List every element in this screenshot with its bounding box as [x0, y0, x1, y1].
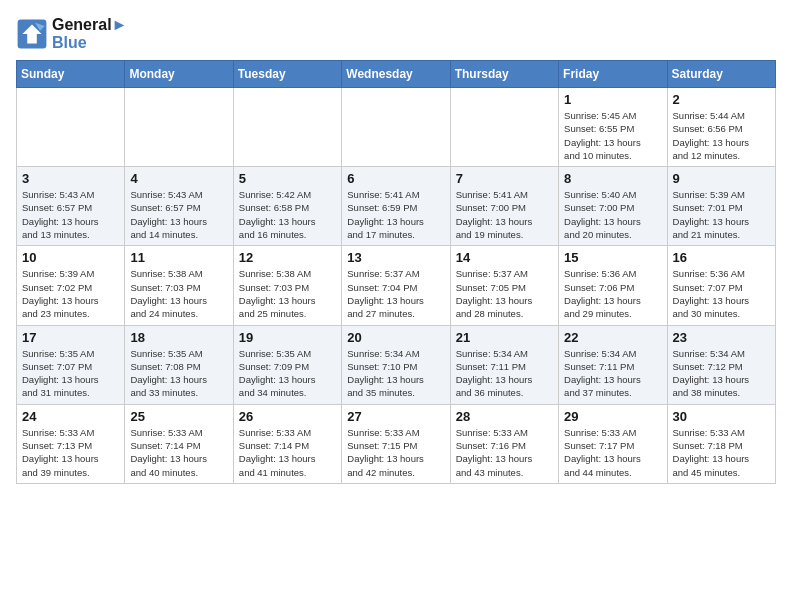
day-info: Sunrise: 5:34 AM Sunset: 7:12 PM Dayligh… — [673, 347, 770, 400]
calendar-cell: 25Sunrise: 5:33 AM Sunset: 7:14 PM Dayli… — [125, 404, 233, 483]
day-info: Sunrise: 5:33 AM Sunset: 7:15 PM Dayligh… — [347, 426, 444, 479]
calendar: SundayMondayTuesdayWednesdayThursdayFrid… — [16, 60, 776, 484]
calendar-week-4: 17Sunrise: 5:35 AM Sunset: 7:07 PM Dayli… — [17, 325, 776, 404]
day-info: Sunrise: 5:33 AM Sunset: 7:18 PM Dayligh… — [673, 426, 770, 479]
calendar-cell — [450, 88, 558, 167]
calendar-header-row: SundayMondayTuesdayWednesdayThursdayFrid… — [17, 61, 776, 88]
day-number: 17 — [22, 330, 119, 345]
day-info: Sunrise: 5:34 AM Sunset: 7:11 PM Dayligh… — [456, 347, 553, 400]
day-number: 15 — [564, 250, 661, 265]
calendar-cell: 12Sunrise: 5:38 AM Sunset: 7:03 PM Dayli… — [233, 246, 341, 325]
day-number: 7 — [456, 171, 553, 186]
day-info: Sunrise: 5:44 AM Sunset: 6:56 PM Dayligh… — [673, 109, 770, 162]
calendar-cell: 28Sunrise: 5:33 AM Sunset: 7:16 PM Dayli… — [450, 404, 558, 483]
calendar-cell: 13Sunrise: 5:37 AM Sunset: 7:04 PM Dayli… — [342, 246, 450, 325]
calendar-cell: 9Sunrise: 5:39 AM Sunset: 7:01 PM Daylig… — [667, 167, 775, 246]
day-number: 20 — [347, 330, 444, 345]
day-number: 18 — [130, 330, 227, 345]
day-number: 21 — [456, 330, 553, 345]
calendar-cell — [125, 88, 233, 167]
day-info: Sunrise: 5:33 AM Sunset: 7:13 PM Dayligh… — [22, 426, 119, 479]
day-info: Sunrise: 5:37 AM Sunset: 7:04 PM Dayligh… — [347, 267, 444, 320]
day-number: 5 — [239, 171, 336, 186]
calendar-cell: 3Sunrise: 5:43 AM Sunset: 6:57 PM Daylig… — [17, 167, 125, 246]
calendar-week-2: 3Sunrise: 5:43 AM Sunset: 6:57 PM Daylig… — [17, 167, 776, 246]
day-number: 19 — [239, 330, 336, 345]
calendar-cell: 26Sunrise: 5:33 AM Sunset: 7:14 PM Dayli… — [233, 404, 341, 483]
calendar-cell: 2Sunrise: 5:44 AM Sunset: 6:56 PM Daylig… — [667, 88, 775, 167]
day-number: 11 — [130, 250, 227, 265]
day-info: Sunrise: 5:38 AM Sunset: 7:03 PM Dayligh… — [130, 267, 227, 320]
header-tuesday: Tuesday — [233, 61, 341, 88]
calendar-cell: 4Sunrise: 5:43 AM Sunset: 6:57 PM Daylig… — [125, 167, 233, 246]
logo-icon — [16, 18, 48, 50]
day-info: Sunrise: 5:33 AM Sunset: 7:14 PM Dayligh… — [130, 426, 227, 479]
calendar-cell: 15Sunrise: 5:36 AM Sunset: 7:06 PM Dayli… — [559, 246, 667, 325]
calendar-cell: 16Sunrise: 5:36 AM Sunset: 7:07 PM Dayli… — [667, 246, 775, 325]
calendar-cell: 8Sunrise: 5:40 AM Sunset: 7:00 PM Daylig… — [559, 167, 667, 246]
calendar-cell: 18Sunrise: 5:35 AM Sunset: 7:08 PM Dayli… — [125, 325, 233, 404]
calendar-week-5: 24Sunrise: 5:33 AM Sunset: 7:13 PM Dayli… — [17, 404, 776, 483]
day-number: 8 — [564, 171, 661, 186]
day-info: Sunrise: 5:36 AM Sunset: 7:06 PM Dayligh… — [564, 267, 661, 320]
day-info: Sunrise: 5:45 AM Sunset: 6:55 PM Dayligh… — [564, 109, 661, 162]
header-saturday: Saturday — [667, 61, 775, 88]
calendar-cell — [17, 88, 125, 167]
calendar-cell: 1Sunrise: 5:45 AM Sunset: 6:55 PM Daylig… — [559, 88, 667, 167]
day-number: 27 — [347, 409, 444, 424]
day-info: Sunrise: 5:33 AM Sunset: 7:16 PM Dayligh… — [456, 426, 553, 479]
header-monday: Monday — [125, 61, 233, 88]
day-number: 23 — [673, 330, 770, 345]
day-number: 1 — [564, 92, 661, 107]
day-info: Sunrise: 5:43 AM Sunset: 6:57 PM Dayligh… — [22, 188, 119, 241]
calendar-cell: 17Sunrise: 5:35 AM Sunset: 7:07 PM Dayli… — [17, 325, 125, 404]
calendar-week-3: 10Sunrise: 5:39 AM Sunset: 7:02 PM Dayli… — [17, 246, 776, 325]
day-info: Sunrise: 5:33 AM Sunset: 7:17 PM Dayligh… — [564, 426, 661, 479]
day-info: Sunrise: 5:41 AM Sunset: 6:59 PM Dayligh… — [347, 188, 444, 241]
calendar-cell: 7Sunrise: 5:41 AM Sunset: 7:00 PM Daylig… — [450, 167, 558, 246]
logo: General► Blue — [16, 16, 127, 52]
day-number: 4 — [130, 171, 227, 186]
day-info: Sunrise: 5:41 AM Sunset: 7:00 PM Dayligh… — [456, 188, 553, 241]
header-wednesday: Wednesday — [342, 61, 450, 88]
calendar-cell: 21Sunrise: 5:34 AM Sunset: 7:11 PM Dayli… — [450, 325, 558, 404]
header-thursday: Thursday — [450, 61, 558, 88]
calendar-week-1: 1Sunrise: 5:45 AM Sunset: 6:55 PM Daylig… — [17, 88, 776, 167]
day-number: 26 — [239, 409, 336, 424]
calendar-cell: 11Sunrise: 5:38 AM Sunset: 7:03 PM Dayli… — [125, 246, 233, 325]
calendar-cell: 29Sunrise: 5:33 AM Sunset: 7:17 PM Dayli… — [559, 404, 667, 483]
logo-text: General► Blue — [52, 16, 127, 52]
calendar-cell: 5Sunrise: 5:42 AM Sunset: 6:58 PM Daylig… — [233, 167, 341, 246]
day-number: 16 — [673, 250, 770, 265]
day-info: Sunrise: 5:36 AM Sunset: 7:07 PM Dayligh… — [673, 267, 770, 320]
day-number: 28 — [456, 409, 553, 424]
day-number: 30 — [673, 409, 770, 424]
calendar-cell — [342, 88, 450, 167]
calendar-cell: 20Sunrise: 5:34 AM Sunset: 7:10 PM Dayli… — [342, 325, 450, 404]
header-friday: Friday — [559, 61, 667, 88]
day-info: Sunrise: 5:37 AM Sunset: 7:05 PM Dayligh… — [456, 267, 553, 320]
day-number: 22 — [564, 330, 661, 345]
day-number: 13 — [347, 250, 444, 265]
day-number: 10 — [22, 250, 119, 265]
day-info: Sunrise: 5:39 AM Sunset: 7:02 PM Dayligh… — [22, 267, 119, 320]
day-info: Sunrise: 5:43 AM Sunset: 6:57 PM Dayligh… — [130, 188, 227, 241]
day-info: Sunrise: 5:33 AM Sunset: 7:14 PM Dayligh… — [239, 426, 336, 479]
day-number: 29 — [564, 409, 661, 424]
day-number: 24 — [22, 409, 119, 424]
day-number: 25 — [130, 409, 227, 424]
day-number: 2 — [673, 92, 770, 107]
day-number: 9 — [673, 171, 770, 186]
page-header: General► Blue — [16, 16, 776, 52]
day-number: 12 — [239, 250, 336, 265]
calendar-cell: 27Sunrise: 5:33 AM Sunset: 7:15 PM Dayli… — [342, 404, 450, 483]
day-number: 14 — [456, 250, 553, 265]
header-sunday: Sunday — [17, 61, 125, 88]
calendar-cell: 19Sunrise: 5:35 AM Sunset: 7:09 PM Dayli… — [233, 325, 341, 404]
calendar-cell: 10Sunrise: 5:39 AM Sunset: 7:02 PM Dayli… — [17, 246, 125, 325]
day-info: Sunrise: 5:34 AM Sunset: 7:10 PM Dayligh… — [347, 347, 444, 400]
calendar-cell: 30Sunrise: 5:33 AM Sunset: 7:18 PM Dayli… — [667, 404, 775, 483]
day-info: Sunrise: 5:40 AM Sunset: 7:00 PM Dayligh… — [564, 188, 661, 241]
day-info: Sunrise: 5:38 AM Sunset: 7:03 PM Dayligh… — [239, 267, 336, 320]
day-info: Sunrise: 5:35 AM Sunset: 7:09 PM Dayligh… — [239, 347, 336, 400]
